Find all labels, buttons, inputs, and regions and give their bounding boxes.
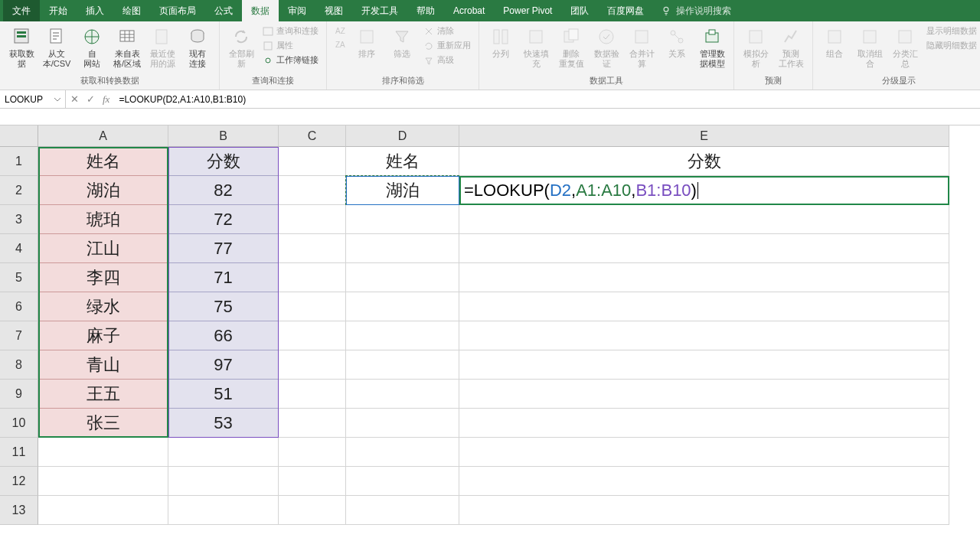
remove-duplicates-button[interactable]: 删除 重复值 — [554, 24, 588, 70]
cell[interactable] — [279, 205, 346, 234]
flash-fill-button[interactable]: 快速填充 — [519, 24, 553, 70]
cell[interactable] — [459, 438, 949, 467]
cell[interactable]: 分数 — [168, 147, 279, 176]
cell[interactable]: 绿水 — [38, 292, 168, 321]
row-header[interactable]: 5 — [0, 263, 38, 292]
row-header[interactable]: 8 — [0, 350, 38, 380]
cell[interactable] — [346, 292, 459, 321]
cell[interactable] — [459, 205, 949, 234]
tab-acrobat[interactable]: Acrobat — [444, 0, 494, 21]
row-header[interactable]: 7 — [0, 321, 38, 350]
cell[interactable] — [346, 438, 459, 467]
cell[interactable] — [279, 380, 346, 409]
filter-button[interactable]: 筛选 — [385, 24, 419, 60]
cell[interactable]: 71 — [168, 263, 279, 292]
row-header[interactable]: 13 — [0, 496, 38, 525]
queries-connections-button[interactable]: 查询和连接 — [260, 24, 322, 37]
cell[interactable] — [279, 496, 346, 525]
sort-button[interactable]: 排序 — [350, 24, 384, 60]
tab-help[interactable]: 帮助 — [407, 0, 444, 21]
col-header[interactable]: D — [346, 125, 459, 147]
cell[interactable]: 51 — [168, 380, 279, 409]
sort-az-button[interactable]: AZ — [332, 24, 348, 37]
cell[interactable]: 77 — [168, 234, 279, 263]
tab-home[interactable]: 开始 — [40, 0, 77, 21]
data-validation-button[interactable]: 数据验 证 — [590, 24, 623, 70]
name-box[interactable]: LOOKUP — [0, 90, 66, 108]
cell[interactable]: 53 — [168, 409, 279, 438]
cell[interactable] — [168, 496, 279, 525]
cell[interactable] — [459, 321, 949, 350]
consolidate-button[interactable]: 合并计算 — [625, 24, 658, 70]
data-model-button[interactable]: 管理数 据模型 — [695, 24, 729, 70]
cell[interactable] — [346, 467, 459, 496]
cell[interactable] — [459, 350, 949, 380]
cell[interactable] — [459, 467, 949, 496]
cell[interactable] — [459, 409, 949, 438]
cell[interactable]: 湖泊 — [346, 176, 459, 205]
existing-connections-button[interactable]: 现有 连接 — [181, 24, 214, 70]
tab-powerpivot[interactable]: Power Pivot — [494, 0, 561, 21]
reapply-filter-button[interactable]: 重新应用 — [420, 39, 474, 52]
formula-input[interactable]: =LOOKUP(D2,A1:A10,B1:B10) — [114, 94, 980, 105]
cell[interactable] — [279, 176, 346, 205]
get-data-button[interactable]: 获取数 据 — [5, 24, 38, 70]
cell[interactable]: 王五 — [38, 380, 168, 409]
forecast-sheet-button[interactable]: 预测 工作表 — [774, 24, 808, 70]
refresh-all-button[interactable]: 全部刷新 — [224, 24, 258, 70]
cancel-formula-button[interactable]: ✕ — [70, 93, 79, 105]
tab-draw[interactable]: 绘图 — [113, 0, 150, 21]
cell[interactable] — [279, 350, 346, 380]
cell[interactable] — [346, 234, 459, 263]
text-to-columns-button[interactable]: 分列 — [484, 24, 518, 60]
tell-me-search[interactable]: 操作说明搜索 — [653, 5, 739, 18]
cell[interactable]: 琥珀 — [38, 205, 168, 234]
cell[interactable] — [459, 292, 949, 321]
tab-file[interactable]: 文件 — [3, 0, 40, 21]
insert-function-button[interactable]: fx — [103, 93, 109, 106]
col-header[interactable]: A — [38, 125, 168, 147]
cell[interactable] — [168, 438, 279, 467]
tab-team[interactable]: 团队 — [561, 0, 598, 21]
cell[interactable] — [459, 380, 949, 409]
cell[interactable] — [279, 234, 346, 263]
row-header[interactable]: 6 — [0, 292, 38, 321]
cell[interactable] — [459, 496, 949, 525]
cell[interactable]: 姓名 — [38, 147, 168, 176]
hide-detail-button[interactable]: 隐藏明细数据 — [923, 39, 980, 52]
group-button[interactable]: 组合 — [818, 24, 851, 60]
from-table-button[interactable]: 来自表 格/区域 — [110, 24, 144, 70]
sort-za-button[interactable]: ZA — [332, 38, 348, 51]
clear-filter-button[interactable]: 清除 — [420, 24, 474, 37]
cell[interactable]: 分数 — [459, 147, 949, 176]
row-header[interactable]: 10 — [0, 409, 38, 438]
tab-baidu[interactable]: 百度网盘 — [598, 0, 653, 21]
cell[interactable]: 66 — [168, 321, 279, 350]
show-detail-button[interactable]: 显示明细数据 — [923, 24, 980, 37]
cell[interactable]: 李四 — [38, 263, 168, 292]
cell[interactable] — [346, 321, 459, 350]
cell[interactable]: 青山 — [38, 350, 168, 380]
row-header[interactable]: 9 — [0, 380, 38, 409]
cell[interactable] — [168, 467, 279, 496]
from-web-button[interactable]: 自 网站 — [75, 24, 109, 70]
cell[interactable] — [459, 263, 949, 292]
select-all-corner[interactable] — [0, 125, 38, 147]
subtotal-button[interactable]: 分类汇总 — [888, 24, 922, 70]
cell[interactable] — [38, 438, 168, 467]
cell[interactable] — [279, 147, 346, 176]
cell[interactable] — [346, 350, 459, 380]
cell[interactable] — [346, 409, 459, 438]
row-header[interactable]: 12 — [0, 467, 38, 496]
what-if-button[interactable]: 模拟分析 — [739, 24, 773, 70]
tab-developer[interactable]: 开发工具 — [352, 0, 407, 21]
cell[interactable]: 72 — [168, 205, 279, 234]
col-header[interactable]: B — [168, 125, 279, 147]
cell[interactable]: 张三 — [38, 409, 168, 438]
cell[interactable]: 82 — [168, 176, 279, 205]
cell[interactable] — [279, 321, 346, 350]
workbook-links-button[interactable]: 工作簿链接 — [260, 54, 322, 67]
cell[interactable]: 97 — [168, 350, 279, 380]
tab-data[interactable]: 数据 — [242, 0, 279, 21]
cell[interactable] — [38, 496, 168, 525]
